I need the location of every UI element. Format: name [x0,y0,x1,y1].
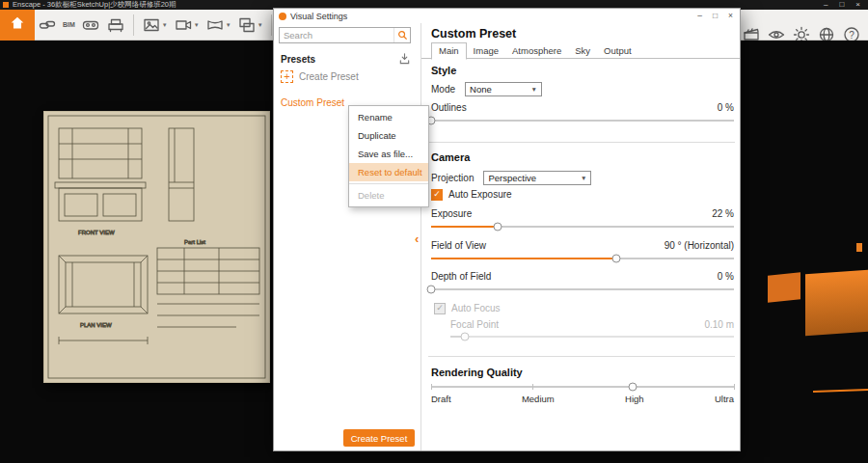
slider-thumb[interactable] [427,286,436,294]
tab-atmosphere[interactable]: Atmosphere [505,43,568,59]
window-maximize-button[interactable]: □ [839,1,844,9]
chevron-down-icon: ▼ [524,86,537,93]
orange-geometry-fragment [805,270,868,337]
outlines-value: 0 % [718,102,734,113]
focal-point-label: Focal Point [450,319,499,330]
mode-row: Mode None ▼ [431,82,734,96]
slider-thumb[interactable] [494,223,502,232]
camera-section-heading: Camera [431,151,470,163]
preset-detail-panel: Custom Preset Main Image Atmosphere Sky … [421,23,740,450]
fov-slider[interactable] [431,253,734,264]
panorama-icon[interactable]: ▼ [205,15,231,35]
auto-exposure-row: ✓ Auto Exposure [431,188,734,201]
mode-select[interactable]: None ▼ [465,82,542,96]
rendering-quality-heading: Rendering Quality [431,367,523,378]
preset-context-menu: Rename Duplicate Save as file... Reset t… [348,105,429,207]
slider-tick [431,384,432,390]
slider-fill [431,258,616,259]
outlines-label: Outlines [431,102,467,113]
tab-main[interactable]: Main [431,42,467,60]
presets-header: Presets [281,54,315,65]
menu-item-reset-to-default[interactable]: Reset to default [349,163,428,181]
exposure-row: Exposure 22 % [431,207,734,219]
dialog-title: Visual Settings [290,12,347,21]
svg-text:?: ? [849,30,854,41]
tab-image[interactable]: Image [467,43,505,59]
slider-fill [431,226,498,228]
menu-item-duplicate[interactable]: Duplicate [349,126,428,145]
enscape-start-button[interactable] [0,10,35,41]
toolbar-separator [271,14,272,36]
toolbar-separator [133,14,134,36]
vr-headset-icon[interactable] [81,15,100,35]
section-divider [428,356,735,357]
focal-point-slider [450,331,734,342]
chevron-down-icon[interactable]: ▼ [258,22,263,28]
slider-track[interactable] [431,386,734,388]
menu-separator [349,183,428,184]
orange-geometry-fragment [813,389,868,393]
exposure-slider[interactable] [431,221,734,232]
window-close-button[interactable]: × [855,1,860,9]
window-title: Enscape - 36款橱柜SketchUp|少校网络研修班20期 [13,0,176,10]
blueprint-plan-view-label: PLAN VIEW [80,322,112,328]
dof-slider[interactable] [431,284,734,295]
window-minimize-button[interactable]: – [824,1,827,9]
blueprint-front-view-label: FRONT VIEW [78,230,115,235]
orange-geometry-fragment [856,243,862,252]
rendering-quality-slider[interactable] [431,381,734,393]
dof-value: 0 % [718,271,734,282]
create-preset-button[interactable]: Create Preset [343,429,415,447]
slider-track[interactable] [431,288,734,290]
auto-exposure-label: Auto Exposure [448,189,512,200]
menu-item-rename[interactable]: Rename [349,108,428,126]
dialog-titlebar[interactable]: Visual Settings – □ × [274,9,740,23]
menu-item-save-as-file[interactable]: Save as file... [349,145,428,163]
dialog-minimize-button[interactable]: – [697,12,702,20]
quality-label-medium[interactable]: Medium [522,394,555,404]
section-divider [428,142,735,143]
slider-tick [532,384,533,390]
asset-library-icon[interactable] [106,15,125,35]
dialog-maximize-button[interactable]: □ [713,12,718,20]
slider-track[interactable] [431,120,734,122]
visual-settings-dialog: Visual Settings – □ × Presets [273,8,741,451]
link-icon[interactable] [38,15,57,35]
search-icon[interactable] [393,28,410,42]
projection-select[interactable]: Perspective ▼ [483,171,591,185]
projection-row: Projection Perspective ▼ [431,171,734,185]
fov-value: 90 ° (Horizontal) [665,240,734,251]
slider-thumb[interactable] [611,255,620,263]
quality-labels: Draft Medium High Ultra [431,394,734,404]
focal-point-row: Focal Point 0.10 m [431,318,734,330]
chevron-down-icon[interactable]: ▼ [226,22,231,28]
exposure-label: Exposure [431,208,472,219]
slider-thumb[interactable] [629,383,637,392]
blueprint-drawing: FRONT VIEW Part List [43,111,270,383]
batch-render-icon[interactable]: ▼ [237,15,263,35]
slider-tick [734,384,735,390]
slider-track [450,336,734,338]
style-section-heading: Style [431,65,456,76]
import-preset-icon[interactable] [398,52,411,67]
dialog-close-button[interactable]: × [728,12,733,20]
auto-exposure-checkbox[interactable]: ✓ [431,189,443,201]
detail-tabs: Main Image Atmosphere Sky Output [431,43,638,59]
create-preset-label: Create Preset [299,71,359,82]
blueprint-part-list-label: Part List [184,239,205,245]
chevron-down-icon[interactable]: ▼ [194,22,200,28]
tab-output[interactable]: Output [597,43,638,59]
screenshot-icon[interactable]: ▼ [142,15,168,35]
create-preset-item[interactable]: + Create Preset [281,70,359,83]
tab-sky[interactable]: Sky [568,43,597,59]
video-export-icon[interactable]: ▼ [174,15,200,35]
chevron-down-icon[interactable]: ▼ [162,22,168,28]
bim-icon[interactable]: BIM [63,21,75,28]
quality-label-draft[interactable]: Draft [431,394,451,404]
quality-label-ultra[interactable]: Ultra [715,394,734,404]
auto-focus-checkbox: ✓ [434,303,446,314]
outlines-slider[interactable] [431,115,734,126]
search-input[interactable] [280,30,393,41]
collapse-panel-chevron-icon[interactable]: ‹ [415,232,419,246]
quality-label-high[interactable]: High [625,394,644,404]
